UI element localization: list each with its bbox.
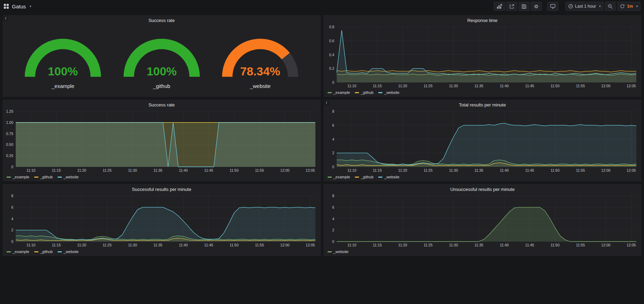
svg-text:12:05: 12:05 [627, 243, 636, 247]
svg-text:11:45: 11:45 [525, 243, 534, 247]
monitor-icon [550, 3, 556, 9]
navbar: Gatus ▾ Last 1 hour ▾ 1m ▾ [0, 0, 644, 13]
gear-icon [534, 4, 539, 9]
legend-series-color-icon [34, 177, 38, 178]
svg-text:0: 0 [11, 165, 13, 169]
refresh-button[interactable]: 1m ▾ [617, 2, 641, 11]
legend-series-color-icon [7, 177, 11, 178]
legend-series-color-icon [58, 251, 62, 252]
legend-item-_website[interactable]: _website [378, 90, 399, 95]
legend-item-_website[interactable]: _website [58, 250, 79, 254]
legend-item-_example[interactable]: _example [7, 175, 29, 179]
svg-text:11:30: 11:30 [449, 84, 458, 88]
svg-text:11:50: 11:50 [550, 168, 559, 172]
legend-series-color-icon [58, 177, 62, 178]
legend-series-label: _example [334, 175, 350, 179]
legend-item-_website[interactable]: _website [328, 250, 349, 254]
success-rate-chart[interactable]: 11:1011:1511:2011:2511:3011:3511:4011:45… [3, 109, 320, 173]
legend-series-label: _github [40, 250, 53, 254]
gauge-arc: 78.34% [219, 30, 302, 82]
svg-text:12:05: 12:05 [306, 168, 315, 172]
panel-info-icon[interactable]: i [324, 100, 329, 105]
settings-button[interactable] [531, 2, 542, 11]
panel-title[interactable]: Total results per minute [324, 100, 641, 109]
legend-series-label: _website [334, 250, 349, 254]
gauge-label: _example [52, 83, 74, 89]
response-time-chart[interactable]: 11:1011:1511:2011:2511:3011:3511:4011:45… [324, 24, 641, 89]
legend-series-color-icon [355, 92, 359, 93]
svg-text:11:30: 11:30 [449, 168, 458, 172]
svg-text:2: 2 [332, 151, 334, 155]
legend-item-_website[interactable]: _website [58, 175, 79, 179]
svg-text:11:10: 11:10 [347, 168, 356, 172]
dashboard-grid-icon[interactable] [3, 3, 9, 9]
dashboard-title[interactable]: Gatus [12, 3, 26, 9]
svg-text:11:55: 11:55 [255, 168, 264, 172]
svg-text:11:45: 11:45 [525, 84, 534, 88]
gauge-value: 78.34% [240, 65, 280, 78]
svg-text:11:45: 11:45 [525, 168, 534, 172]
svg-text:11:35: 11:35 [474, 168, 483, 172]
tv-mode-button[interactable] [547, 2, 558, 11]
svg-text:11:55: 11:55 [576, 243, 585, 247]
panel-info-icon[interactable]: i [3, 16, 8, 21]
svg-text:11:25: 11:25 [103, 243, 112, 247]
svg-text:11:35: 11:35 [153, 168, 162, 172]
legend-item-_website[interactable]: _website [378, 175, 399, 179]
panel-title[interactable]: Successful results per minute [3, 185, 320, 193]
svg-text:11:20: 11:20 [398, 243, 407, 247]
legend-item-_github[interactable]: _github [34, 175, 53, 179]
panel-success-rate-gauges: i Success rate 100%_example100%_github78… [3, 15, 321, 97]
add-panel-button[interactable] [494, 2, 505, 11]
zoom-out-button[interactable] [605, 2, 616, 11]
save-icon [521, 4, 527, 9]
panel-title[interactable]: Success rate [3, 16, 320, 24]
chart-svg: 11:1011:1511:2011:2511:3011:3511:4011:45… [3, 193, 320, 248]
legend-series-label: _github [361, 90, 373, 95]
unsuccessful-results-chart[interactable]: 11:1011:1511:2011:2511:3011:3511:4011:45… [324, 193, 641, 248]
legend-item-_example[interactable]: _example [7, 250, 29, 254]
svg-text:11:50: 11:50 [230, 243, 239, 247]
gauge-label: _github [153, 83, 170, 89]
legend-item-_github[interactable]: _github [355, 175, 373, 179]
svg-text:1.25: 1.25 [6, 109, 14, 113]
svg-text:11:30: 11:30 [128, 243, 137, 247]
panel-title[interactable]: Success rate [3, 100, 320, 109]
legend-series-label: _example [13, 250, 29, 254]
total-results-chart[interactable]: 11:1011:1511:2011:2511:3011:3511:4011:45… [324, 109, 641, 173]
panel-title[interactable]: Unsuccessful results per minute [324, 185, 641, 193]
svg-text:11:25: 11:25 [103, 168, 112, 172]
legend-series-color-icon [378, 177, 382, 178]
svg-text:0.75: 0.75 [6, 132, 14, 136]
svg-text:12:05: 12:05 [306, 243, 315, 247]
legend-series-color-icon [355, 177, 359, 178]
svg-text:11:10: 11:10 [27, 168, 36, 172]
save-button[interactable] [519, 2, 529, 11]
panel-title[interactable]: Response time [324, 16, 641, 24]
chart-legend: _example_github_website [324, 89, 641, 96]
svg-text:11:55: 11:55 [576, 84, 585, 88]
gauge-arc: 100% [21, 30, 104, 82]
svg-text:1.00: 1.00 [6, 120, 14, 125]
svg-text:11:35: 11:35 [153, 243, 162, 247]
legend-item-_github[interactable]: _github [34, 250, 53, 254]
svg-text:0: 0 [332, 165, 334, 169]
svg-text:11:45: 11:45 [204, 243, 213, 247]
panel-successful-results: Successful results per minute 11:1011:15… [3, 184, 321, 256]
svg-text:11:35: 11:35 [474, 84, 483, 88]
panel-success-rate-timeseries: Success rate 11:1011:1511:2011:2511:3011… [3, 100, 321, 181]
successful-results-chart[interactable]: 11:1011:1511:2011:2511:3011:3511:4011:45… [3, 193, 320, 248]
svg-text:0.50: 0.50 [6, 142, 14, 147]
svg-text:11:55: 11:55 [576, 168, 585, 172]
legend-item-_github[interactable]: _github [355, 90, 373, 95]
legend-item-_example[interactable]: _example [328, 175, 350, 179]
chart-svg: 11:1011:1511:2011:2511:3011:3511:4011:45… [324, 24, 641, 89]
time-range-picker[interactable]: Last 1 hour ▾ [565, 2, 604, 11]
share-button[interactable] [506, 2, 517, 11]
legend-item-_example[interactable]: _example [328, 90, 350, 95]
svg-text:11:20: 11:20 [398, 84, 407, 88]
svg-text:12:05: 12:05 [627, 168, 636, 172]
svg-text:11:40: 11:40 [500, 168, 509, 172]
gauge-label: _website [250, 83, 271, 89]
svg-text:8: 8 [332, 194, 334, 198]
